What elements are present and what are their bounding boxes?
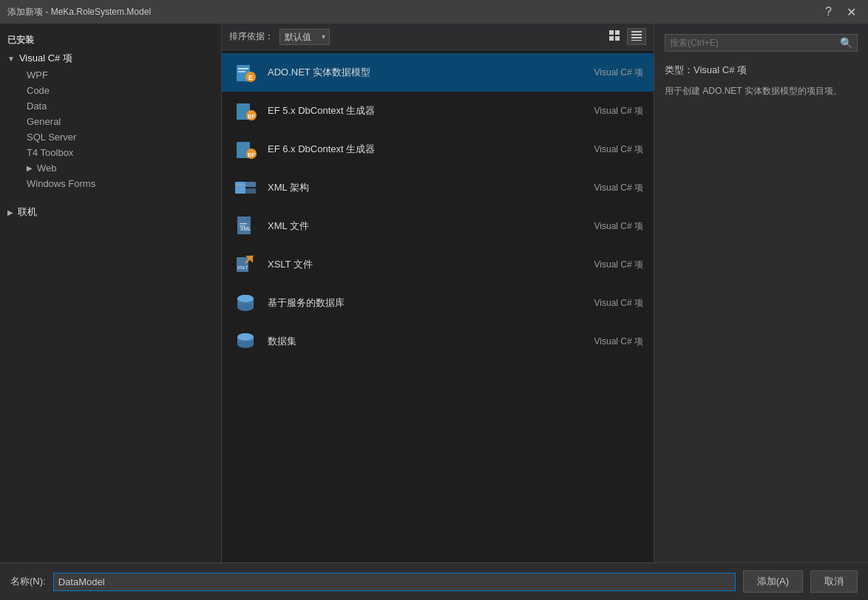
svg-rect-1 — [615, 30, 620, 35]
item-name: ADO.NET 实体数据模型 — [268, 66, 584, 79]
item-name: EF 6.x DbContext 生成器 — [268, 143, 584, 156]
svg-rect-27 — [240, 225, 245, 227]
item-name: 数据集 — [268, 335, 584, 348]
bottom-bar: 名称(N): 添加(A) 取消 — [0, 562, 868, 600]
svg-text:XML: XML — [240, 226, 251, 231]
item-type: Visual C# 项 — [584, 143, 643, 156]
item-type: Visual C# 项 — [584, 220, 643, 233]
expand-arrow-icon: ▶ — [27, 164, 33, 172]
svg-text:XSLT: XSLT — [237, 265, 248, 270]
add-button[interactable]: 添加(A) — [743, 570, 803, 593]
sidebar-item-label: 联机 — [18, 205, 37, 219]
title-bar-controls: ? ✕ — [821, 4, 861, 21]
svg-rect-5 — [631, 34, 642, 35]
name-input[interactable] — [53, 573, 736, 591]
svg-rect-28 — [237, 257, 248, 272]
xml-schema-icon — [232, 174, 259, 201]
title-bar: 添加新项 - MeKa.RoleSystem.Model ? ✕ — [0, 0, 868, 24]
sidebar-item-label: Windows Forms — [27, 178, 95, 189]
item-type: Visual C# 项 — [584, 259, 643, 271]
svg-rect-3 — [615, 36, 620, 41]
item-name: XML 架构 — [268, 181, 584, 194]
ado-icon: E — [232, 59, 259, 86]
dialog-title: 添加新项 - MeKa.RoleSystem.Model — [7, 6, 821, 18]
description-text: 用于创建 ADO.NET 实体数据模型的项目项。 — [665, 84, 858, 98]
close-button[interactable]: ✕ — [842, 4, 861, 21]
ef5-icon: EF — [232, 98, 259, 124]
item-name: XML 文件 — [268, 219, 584, 233]
item-name: EF 5.x DbContext 生成器 — [268, 104, 584, 117]
sidebar-item-windows-forms[interactable]: Windows Forms — [0, 176, 221, 191]
cancel-button[interactable]: 取消 — [810, 570, 858, 593]
svg-point-36 — [237, 295, 254, 302]
sidebar-item-label: Web — [37, 163, 57, 174]
svg-text:E: E — [248, 74, 253, 81]
svg-rect-19 — [235, 182, 245, 194]
sort-dropdown[interactable]: 默认值 名称 类型 — [279, 29, 330, 45]
sidebar-item-label: WPF — [27, 69, 48, 81]
svg-rect-4 — [631, 31, 642, 33]
svg-point-39 — [237, 341, 254, 348]
type-label: 类型：Visual C# 项 — [665, 64, 858, 77]
grid-view-button[interactable] — [605, 28, 624, 45]
sort-label: 排序依据： — [229, 30, 274, 43]
svg-point-40 — [237, 333, 254, 341]
right-panel: 🔍 类型：Visual C# 项 用于创建 ADO.NET 实体数据模型的项目项… — [654, 24, 868, 562]
xslt-icon: XSLT — [232, 251, 259, 278]
search-bar[interactable]: 🔍 — [665, 34, 858, 52]
item-type: Visual C# 项 — [584, 105, 643, 117]
item-name: XSLT 文件 — [268, 258, 584, 271]
service-db-icon — [232, 290, 259, 316]
svg-rect-10 — [238, 71, 245, 72]
sidebar-item-label: Code — [27, 85, 50, 96]
sidebar-item-data[interactable]: Data — [0, 98, 221, 114]
sort-wrapper[interactable]: 默认值 名称 类型 — [279, 29, 330, 45]
expand-arrow-icon: ▼ — [7, 55, 15, 63]
item-row[interactable]: EF EF 6.x DbContext 生成器 Visual C# 项 — [222, 130, 654, 168]
item-type: Visual C# 项 — [584, 67, 643, 79]
help-button[interactable]: ? — [821, 4, 836, 20]
dataset-icon — [232, 328, 259, 355]
list-view-button[interactable] — [627, 28, 646, 45]
svg-text:EF: EF — [248, 113, 255, 120]
sidebar-item-label: Visual C# 项 — [19, 52, 72, 65]
item-row[interactable]: XSLT XSLT 文件 Visual C# 项 — [222, 245, 654, 284]
item-row[interactable]: 基于服务的数据库 Visual C# 项 — [222, 284, 654, 322]
svg-rect-0 — [609, 30, 614, 35]
svg-rect-7 — [631, 40, 642, 41]
svg-rect-2 — [609, 36, 614, 41]
search-input[interactable] — [670, 38, 840, 48]
sidebar-item-code[interactable]: Code — [0, 83, 221, 98]
center-panel: 排序依据： 默认值 名称 类型 — [222, 24, 654, 562]
items-list: E ADO.NET 实体数据模型 Visual C# 项 EF EF 5.x D… — [222, 50, 654, 562]
svg-rect-21 — [245, 188, 256, 194]
sidebar-item-wpf[interactable]: WPF — [0, 67, 221, 83]
sidebar-item-general[interactable]: General — [0, 114, 221, 129]
svg-rect-26 — [240, 223, 247, 225]
svg-rect-20 — [245, 182, 256, 187]
ef6-icon: EF — [232, 136, 259, 163]
svg-text:EF: EF — [248, 151, 255, 158]
item-row[interactable]: 数据集 Visual C# 项 — [222, 322, 654, 361]
sidebar-item-visual-csharp[interactable]: ▼ Visual C# 项 — [0, 50, 221, 67]
toolbar-icons — [605, 28, 646, 45]
expand-arrow-icon: ▶ — [7, 208, 13, 217]
item-row[interactable]: XML XML 文件 Visual C# 项 — [222, 207, 654, 245]
sidebar-item-online[interactable]: ▶ 联机 — [0, 203, 221, 221]
sidebar-item-t4-toolbox[interactable]: T4 Toolbox — [0, 145, 221, 160]
center-toolbar: 排序依据： 默认值 名称 类型 — [222, 24, 654, 50]
sidebar-item-web[interactable]: ▶ Web — [0, 160, 221, 176]
sidebar: 已安装 ▼ Visual C# 项 WPF Code Data General … — [0, 24, 222, 562]
svg-point-35 — [237, 304, 254, 311]
svg-rect-9 — [238, 68, 248, 69]
item-row[interactable]: XML 架构 Visual C# 项 — [222, 168, 654, 207]
sidebar-item-label: Data — [27, 100, 47, 112]
item-row[interactable]: E ADO.NET 实体数据模型 Visual C# 项 — [222, 53, 654, 92]
sidebar-item-label: T4 Toolbox — [27, 147, 73, 158]
sidebar-item-label: SQL Server — [27, 132, 76, 143]
item-row[interactable]: EF EF 5.x DbContext 生成器 Visual C# 项 — [222, 92, 654, 130]
dialog-body: 已安装 ▼ Visual C# 项 WPF Code Data General … — [0, 24, 868, 562]
sidebar-item-sql-server[interactable]: SQL Server — [0, 129, 221, 145]
installed-label: 已安装 — [0, 31, 221, 50]
item-type: Visual C# 项 — [584, 182, 643, 194]
